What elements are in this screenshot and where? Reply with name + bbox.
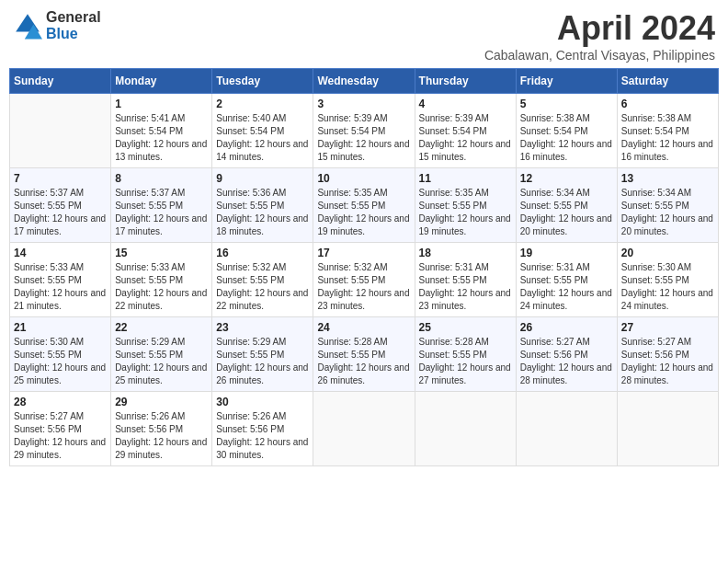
calendar-day-cell: 23Sunrise: 5:29 AMSunset: 5:55 PMDayligh… (212, 317, 313, 392)
calendar-header-row: SundayMondayTuesdayWednesdayThursdayFrid… (10, 69, 719, 94)
day-number: 20 (621, 247, 714, 259)
day-info: Sunrise: 5:28 AMSunset: 5:55 PMDaylight:… (419, 336, 512, 387)
calendar-day-cell: 19Sunrise: 5:31 AMSunset: 5:55 PMDayligh… (516, 243, 617, 317)
day-info: Sunrise: 5:26 AMSunset: 5:56 PMDaylight:… (115, 410, 208, 462)
day-number: 21 (14, 321, 107, 334)
day-number: 23 (216, 321, 309, 334)
calendar-day-cell: 8Sunrise: 5:37 AMSunset: 5:55 PMDaylight… (111, 168, 212, 243)
day-info: Sunrise: 5:33 AMSunset: 5:55 PMDaylight:… (115, 261, 208, 313)
day-info: Sunrise: 5:35 AMSunset: 5:55 PMDaylight:… (419, 187, 512, 238)
calendar-day-cell (516, 392, 617, 466)
day-info: Sunrise: 5:36 AMSunset: 5:55 PMDaylight:… (216, 187, 309, 238)
calendar-day-cell: 26Sunrise: 5:27 AMSunset: 5:56 PMDayligh… (516, 317, 617, 392)
calendar-title: April 2024 (484, 9, 715, 48)
calendar-day-cell: 17Sunrise: 5:32 AMSunset: 5:55 PMDayligh… (313, 243, 415, 317)
calendar-location: Cabalawan, Central Visayas, Philippines (484, 48, 715, 63)
calendar-day-cell: 24Sunrise: 5:28 AMSunset: 5:55 PMDayligh… (313, 317, 415, 392)
logo-general-text: General (46, 9, 101, 26)
day-info: Sunrise: 5:27 AMSunset: 5:56 PMDaylight:… (14, 410, 107, 462)
day-number: 28 (14, 396, 107, 408)
day-info: Sunrise: 5:35 AMSunset: 5:55 PMDaylight:… (317, 187, 410, 238)
calendar-day-cell: 27Sunrise: 5:27 AMSunset: 5:56 PMDayligh… (617, 317, 718, 392)
day-info: Sunrise: 5:29 AMSunset: 5:55 PMDaylight:… (216, 336, 309, 387)
calendar-week-row: 21Sunrise: 5:30 AMSunset: 5:55 PMDayligh… (10, 317, 719, 392)
day-info: Sunrise: 5:32 AMSunset: 5:55 PMDaylight:… (317, 261, 410, 313)
day-number: 26 (520, 321, 613, 334)
calendar-day-cell: 25Sunrise: 5:28 AMSunset: 5:55 PMDayligh… (415, 317, 516, 392)
day-info: Sunrise: 5:30 AMSunset: 5:55 PMDaylight:… (621, 261, 714, 313)
calendar-day-cell: 11Sunrise: 5:35 AMSunset: 5:55 PMDayligh… (415, 168, 516, 243)
weekday-header: Thursday (415, 69, 516, 94)
calendar-day-cell: 29Sunrise: 5:26 AMSunset: 5:56 PMDayligh… (111, 392, 212, 466)
day-number: 11 (419, 172, 512, 185)
day-number: 9 (216, 172, 309, 185)
day-info: Sunrise: 5:29 AMSunset: 5:55 PMDaylight:… (115, 336, 208, 387)
calendar-day-cell: 22Sunrise: 5:29 AMSunset: 5:55 PMDayligh… (111, 317, 212, 392)
calendar-day-cell: 2Sunrise: 5:40 AMSunset: 5:54 PMDaylight… (212, 94, 313, 168)
calendar-day-cell: 1Sunrise: 5:41 AMSunset: 5:54 PMDaylight… (111, 94, 212, 168)
calendar-week-row: 1Sunrise: 5:41 AMSunset: 5:54 PMDaylight… (10, 94, 719, 168)
day-number: 30 (216, 396, 309, 408)
day-info: Sunrise: 5:38 AMSunset: 5:54 PMDaylight:… (621, 112, 714, 164)
day-number: 13 (621, 172, 714, 185)
calendar-day-cell: 18Sunrise: 5:31 AMSunset: 5:55 PMDayligh… (415, 243, 516, 317)
calendar-day-cell: 21Sunrise: 5:30 AMSunset: 5:55 PMDayligh… (10, 317, 111, 392)
logo-blue-text: Blue (46, 26, 101, 42)
weekday-header: Sunday (10, 69, 111, 94)
day-number: 14 (14, 247, 107, 259)
day-number: 4 (419, 98, 512, 110)
day-info: Sunrise: 5:37 AMSunset: 5:55 PMDaylight:… (14, 187, 107, 238)
page-header: General Blue April 2024 Cabalawan, Centr… (9, 9, 719, 63)
weekday-header: Saturday (617, 69, 718, 94)
calendar-day-cell (313, 392, 415, 466)
calendar-day-cell (617, 392, 718, 466)
day-info: Sunrise: 5:41 AMSunset: 5:54 PMDaylight:… (115, 112, 208, 164)
calendar-day-cell: 10Sunrise: 5:35 AMSunset: 5:55 PMDayligh… (313, 168, 415, 243)
calendar-day-cell: 5Sunrise: 5:38 AMSunset: 5:54 PMDaylight… (516, 94, 617, 168)
day-info: Sunrise: 5:31 AMSunset: 5:55 PMDaylight:… (419, 261, 512, 313)
logo-text: General Blue (46, 9, 101, 41)
day-number: 25 (419, 321, 512, 334)
logo-icon (13, 11, 42, 40)
calendar-day-cell: 15Sunrise: 5:33 AMSunset: 5:55 PMDayligh… (111, 243, 212, 317)
calendar-day-cell: 14Sunrise: 5:33 AMSunset: 5:55 PMDayligh… (10, 243, 111, 317)
weekday-header: Wednesday (313, 69, 415, 94)
day-number: 2 (216, 98, 309, 110)
day-number: 6 (621, 98, 714, 110)
day-info: Sunrise: 5:26 AMSunset: 5:56 PMDaylight:… (216, 410, 309, 462)
day-number: 15 (115, 247, 208, 259)
day-number: 19 (520, 247, 613, 259)
calendar-week-row: 7Sunrise: 5:37 AMSunset: 5:55 PMDaylight… (10, 168, 719, 243)
weekday-header: Friday (516, 69, 617, 94)
day-number: 29 (115, 396, 208, 408)
calendar-day-cell: 12Sunrise: 5:34 AMSunset: 5:55 PMDayligh… (516, 168, 617, 243)
day-info: Sunrise: 5:39 AMSunset: 5:54 PMDaylight:… (317, 112, 410, 164)
day-info: Sunrise: 5:40 AMSunset: 5:54 PMDaylight:… (216, 112, 309, 164)
day-number: 3 (317, 98, 410, 110)
calendar-table: SundayMondayTuesdayWednesdayThursdayFrid… (9, 68, 719, 466)
day-number: 24 (317, 321, 410, 334)
title-block: April 2024 Cabalawan, Central Visayas, P… (484, 9, 715, 63)
day-number: 12 (520, 172, 613, 185)
calendar-day-cell: 4Sunrise: 5:39 AMSunset: 5:54 PMDaylight… (415, 94, 516, 168)
calendar-day-cell: 28Sunrise: 5:27 AMSunset: 5:56 PMDayligh… (10, 392, 111, 466)
day-number: 10 (317, 172, 410, 185)
calendar-day-cell: 13Sunrise: 5:34 AMSunset: 5:55 PMDayligh… (617, 168, 718, 243)
calendar-day-cell (415, 392, 516, 466)
day-info: Sunrise: 5:34 AMSunset: 5:55 PMDaylight:… (520, 187, 613, 238)
day-info: Sunrise: 5:39 AMSunset: 5:54 PMDaylight:… (419, 112, 512, 164)
calendar-day-cell: 3Sunrise: 5:39 AMSunset: 5:54 PMDaylight… (313, 94, 415, 168)
day-info: Sunrise: 5:38 AMSunset: 5:54 PMDaylight:… (520, 112, 613, 164)
weekday-header: Monday (111, 69, 212, 94)
day-number: 8 (115, 172, 208, 185)
calendar-day-cell: 9Sunrise: 5:36 AMSunset: 5:55 PMDaylight… (212, 168, 313, 243)
calendar-day-cell: 6Sunrise: 5:38 AMSunset: 5:54 PMDaylight… (617, 94, 718, 168)
day-number: 17 (317, 247, 410, 259)
day-info: Sunrise: 5:32 AMSunset: 5:55 PMDaylight:… (216, 261, 309, 313)
day-number: 1 (115, 98, 208, 110)
day-info: Sunrise: 5:34 AMSunset: 5:55 PMDaylight:… (621, 187, 714, 238)
day-number: 5 (520, 98, 613, 110)
day-info: Sunrise: 5:28 AMSunset: 5:55 PMDaylight:… (317, 336, 410, 387)
calendar-day-cell: 7Sunrise: 5:37 AMSunset: 5:55 PMDaylight… (10, 168, 111, 243)
day-info: Sunrise: 5:27 AMSunset: 5:56 PMDaylight:… (520, 336, 613, 387)
